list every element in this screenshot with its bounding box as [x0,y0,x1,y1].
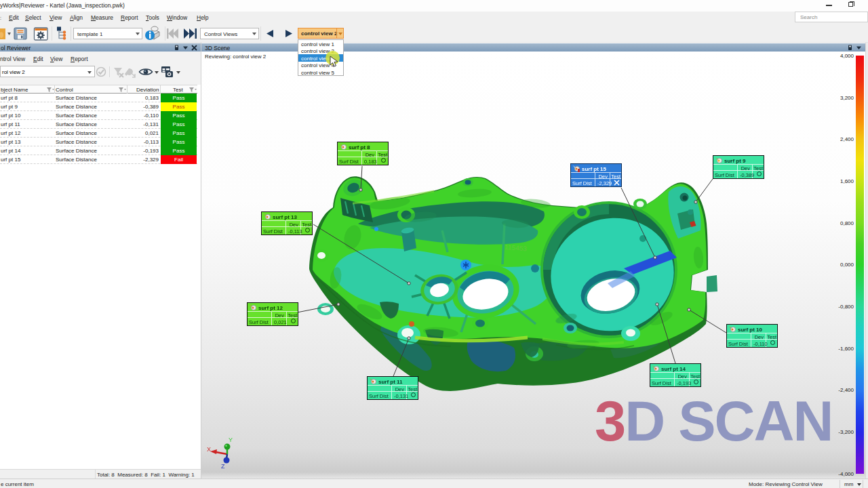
svg-text:Y: Y [229,436,233,443]
svg-text:Z: Z [221,463,225,470]
svg-text:X: X [207,446,211,453]
svg-text:115453: 115453 [505,243,528,252]
